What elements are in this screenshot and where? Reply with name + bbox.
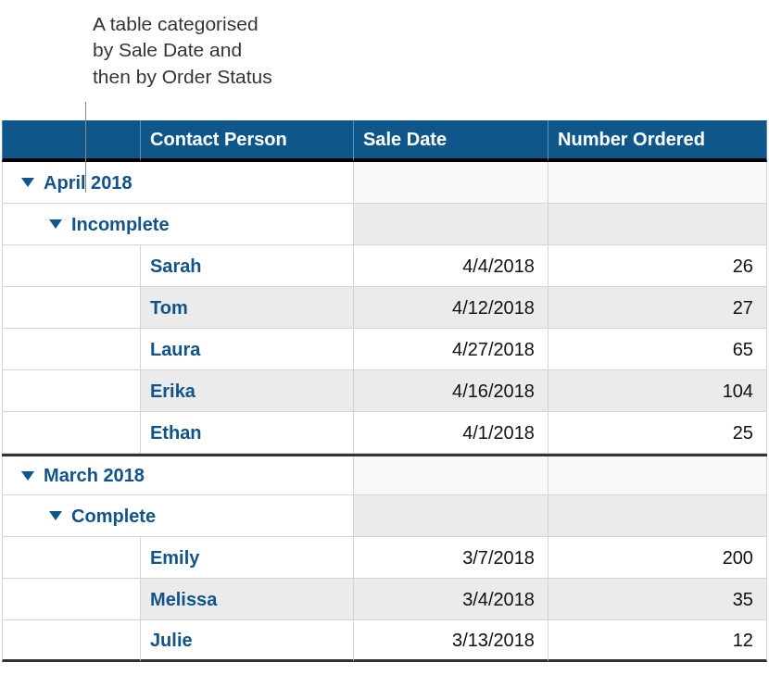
empty-cell: [354, 162, 548, 203]
caption-line: by Sale Date and: [93, 37, 272, 63]
cell-contact: Ethan: [141, 412, 354, 454]
cell-sale-date: 4/16/2018: [354, 370, 548, 412]
cell-sale-date: 3/7/2018: [354, 537, 548, 579]
column-header-number-ordered: Number Ordered: [548, 120, 767, 162]
cell-number-ordered: 12: [548, 620, 767, 662]
table-row: Julie 3/13/2018 12: [2, 620, 767, 662]
subgroup-label: Incomplete: [71, 214, 170, 235]
empty-cell: [354, 204, 548, 244]
gutter-cell: [2, 412, 141, 454]
group-row-month[interactable]: March 2018: [2, 454, 767, 495]
cell-number-ordered: 65: [548, 329, 767, 370]
cell-sale-date: 3/4/2018: [354, 579, 548, 620]
disclosure-triangle-icon[interactable]: [49, 511, 62, 520]
cell-contact: Laura: [141, 329, 354, 370]
cell-number-ordered: 200: [548, 537, 767, 579]
table-row: Sarah 4/4/2018 26: [2, 245, 767, 287]
table-row: Erika 4/16/2018 104: [2, 370, 767, 412]
table-header-row: Contact Person Sale Date Number Ordered: [2, 120, 767, 162]
categorised-table: Contact Person Sale Date Number Ordered …: [2, 120, 767, 662]
cell-sale-date: 4/12/2018: [354, 287, 548, 329]
group-label: April 2018: [44, 172, 132, 194]
gutter-cell: [2, 620, 141, 662]
table-row: Ethan 4/1/2018 25: [2, 412, 767, 454]
empty-cell: [548, 204, 767, 244]
cell-sale-date: 4/4/2018: [354, 245, 548, 287]
group-row-status[interactable]: Incomplete: [2, 204, 767, 245]
group-row-month[interactable]: April 2018: [2, 162, 767, 204]
gutter-cell: [2, 370, 141, 412]
cell-number-ordered: 27: [548, 287, 767, 329]
cell-contact: Julie: [141, 620, 354, 662]
caption-line: A table categorised: [93, 11, 272, 37]
gutter-cell: [2, 537, 141, 579]
gutter-cell: [2, 579, 141, 620]
cell-number-ordered: 26: [548, 245, 767, 287]
subgroup-label: Complete: [71, 506, 156, 527]
column-header-gutter: [2, 120, 141, 162]
cell-sale-date: 4/1/2018: [354, 412, 548, 454]
table-row: Emily 3/7/2018 200: [2, 537, 767, 579]
table-row: Tom 4/12/2018 27: [2, 287, 767, 329]
disclosure-triangle-icon[interactable]: [49, 219, 62, 229]
disclosure-triangle-icon[interactable]: [21, 178, 34, 187]
figure: A table categorised by Sale Date and the…: [0, 0, 769, 662]
disclosure-triangle-icon[interactable]: [21, 471, 34, 481]
column-header-contact: Contact Person: [141, 120, 354, 162]
table-row: Laura 4/27/2018 65: [2, 329, 767, 370]
empty-cell: [354, 495, 548, 536]
caption-line: then by Order Status: [93, 64, 272, 90]
cell-number-ordered: 35: [548, 579, 767, 620]
cell-contact: Sarah: [141, 245, 354, 287]
group-row-status[interactable]: Complete: [2, 495, 767, 537]
caption: A table categorised by Sale Date and the…: [93, 11, 272, 90]
gutter-cell: [2, 287, 141, 329]
cell-sale-date: 4/27/2018: [354, 329, 548, 370]
table-row: Melissa 3/4/2018 35: [2, 579, 767, 620]
cell-sale-date: 3/13/2018: [354, 620, 548, 662]
cell-contact: Erika: [141, 370, 354, 412]
gutter-cell: [2, 245, 141, 287]
cell-number-ordered: 25: [548, 412, 767, 454]
column-header-sale-date: Sale Date: [354, 120, 548, 162]
empty-cell: [548, 456, 767, 494]
empty-cell: [354, 456, 548, 494]
cell-contact: Emily: [141, 537, 354, 579]
cell-contact: Melissa: [141, 579, 354, 620]
callout-leader-line: [85, 102, 86, 193]
empty-cell: [548, 162, 767, 203]
gutter-cell: [2, 329, 141, 370]
empty-cell: [548, 495, 767, 536]
cell-number-ordered: 104: [548, 370, 767, 412]
cell-contact: Tom: [141, 287, 354, 329]
group-label: March 2018: [44, 465, 145, 486]
